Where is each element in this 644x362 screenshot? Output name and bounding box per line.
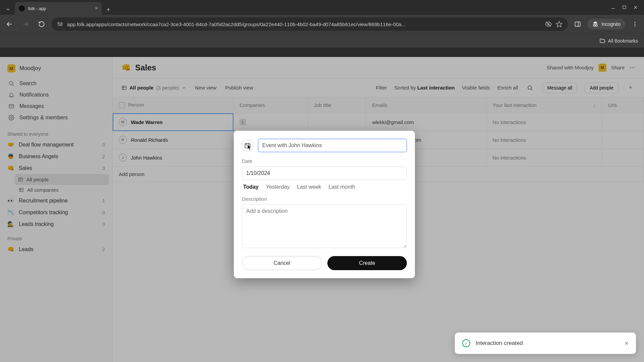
all-bookmarks-button[interactable]: All Bookmarks (599, 38, 638, 44)
browser-menu-button[interactable] (629, 18, 641, 30)
date-input[interactable] (242, 167, 407, 180)
check-circle-icon: ✓ (462, 339, 470, 347)
quick-date-yesterday[interactable]: Yesterday (266, 184, 290, 190)
side-panel-icon[interactable] (572, 18, 583, 30)
svg-point-10 (60, 25, 61, 26)
site-settings-icon[interactable] (57, 21, 63, 27)
toast-notification: ✓ Interaction created × (455, 333, 636, 354)
bookmark-star-icon[interactable] (556, 21, 562, 27)
nav-forward-button[interactable] (19, 18, 32, 30)
eye-off-icon[interactable] (545, 21, 552, 27)
create-event-modal: Date TodayYesterdayLast weekLast month D… (234, 131, 415, 278)
description-input[interactable] (242, 204, 407, 248)
folder-icon (599, 38, 605, 44)
incognito-label: Incognito (601, 21, 621, 27)
new-tab-button[interactable]: + (103, 5, 113, 15)
url-text: app.folk.app/apps/contacts/network/ccaa7… (67, 21, 541, 27)
svg-rect-41 (245, 143, 250, 148)
description-label: Description (242, 196, 407, 202)
svg-rect-15 (575, 22, 580, 26)
tab-title: folk - app (28, 6, 46, 11)
event-title-input[interactable] (258, 139, 407, 152)
window-minimize-button[interactable] (611, 5, 615, 10)
quick-date-today[interactable]: Today (243, 184, 259, 190)
event-type-button[interactable] (242, 140, 253, 151)
window-maximize-button[interactable] (622, 5, 627, 10)
url-bar[interactable]: app.folk.app/apps/contacts/network/ccaa7… (52, 17, 568, 31)
window-close-button[interactable] (633, 5, 638, 10)
browser-tab[interactable]: folk - app × (15, 2, 102, 15)
create-button[interactable]: Create (327, 256, 407, 270)
quick-date-last-month[interactable]: Last month (329, 184, 355, 190)
quick-date-last-week[interactable]: Last week (297, 184, 321, 190)
tab-dropdown[interactable] (3, 4, 13, 15)
nav-back-button[interactable] (3, 18, 15, 30)
svg-point-20 (635, 22, 636, 23)
svg-point-11 (61, 23, 62, 24)
incognito-icon (592, 21, 599, 27)
cancel-button[interactable]: Cancel (242, 256, 322, 270)
svg-point-17 (593, 25, 595, 26)
svg-point-18 (596, 25, 597, 26)
tab-favicon-icon (19, 5, 25, 11)
svg-point-21 (635, 24, 636, 25)
svg-rect-1 (623, 6, 626, 9)
incognito-badge[interactable]: Incognito (587, 19, 625, 29)
tab-close-button[interactable]: × (95, 5, 98, 11)
date-label: Date (242, 158, 407, 164)
calendar-icon (244, 142, 251, 149)
toast-message: Interaction created (476, 340, 523, 347)
svg-marker-14 (556, 21, 562, 27)
nav-reload-button[interactable] (36, 18, 48, 30)
svg-point-22 (635, 25, 636, 26)
svg-point-9 (58, 23, 59, 24)
toast-close-button[interactable]: × (625, 340, 629, 347)
